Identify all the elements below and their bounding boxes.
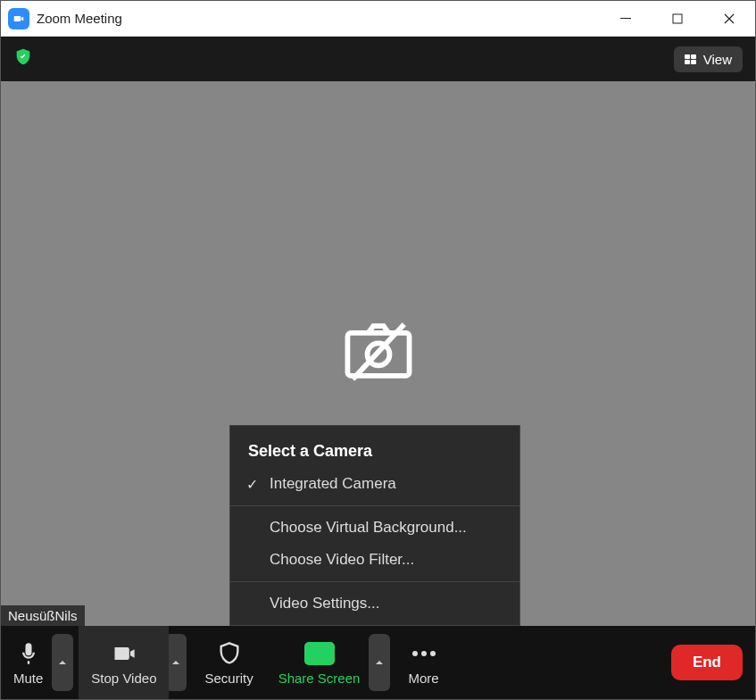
meeting-controls: Mute Stop Video Security S: [1, 626, 755, 699]
svg-rect-1: [673, 14, 682, 23]
microphone-icon: [16, 640, 41, 667]
chevron-up-icon: [374, 657, 385, 668]
video-camera-icon: [112, 640, 137, 667]
zoom-app-icon: [8, 8, 29, 29]
window-title: Zoom Meeting: [37, 11, 600, 26]
maximize-icon: [672, 13, 683, 24]
close-icon: [724, 13, 735, 24]
more-button[interactable]: More: [395, 626, 451, 699]
view-label: View: [703, 52, 732, 67]
participant-name-label: NeusüßNils: [1, 605, 85, 626]
minimize-icon: [620, 13, 631, 24]
chevron-up-icon: [57, 657, 68, 668]
video-options-popup: Select a Camera Integrated Camera Choose…: [229, 425, 520, 626]
stop-video-button[interactable]: Stop Video: [79, 626, 169, 699]
mute-button[interactable]: Mute: [1, 626, 55, 699]
grid-icon: [685, 54, 696, 64]
choose-video-filter[interactable]: Choose Video Filter...: [230, 544, 519, 576]
shield-icon: [217, 640, 242, 667]
camera-option-integrated[interactable]: Integrated Camera: [230, 468, 519, 500]
video-settings[interactable]: Video Settings...: [230, 588, 519, 620]
share-screen-icon: [304, 642, 335, 665]
choose-virtual-background[interactable]: Choose Virtual Background...: [230, 512, 519, 544]
no-camera-icon: [336, 316, 421, 391]
view-button[interactable]: View: [674, 46, 743, 72]
app-window: Zoom Meeting View NeusüßNils: [0, 0, 756, 700]
svg-rect-0: [620, 18, 631, 19]
encryption-shield-icon[interactable]: [13, 47, 33, 71]
more-icon: [412, 640, 436, 667]
chevron-up-icon: [170, 657, 181, 668]
end-button[interactable]: End: [671, 645, 743, 680]
popup-header: Select a Camera: [230, 431, 519, 468]
minimize-button[interactable]: [600, 1, 652, 36]
titlebar: Zoom Meeting: [1, 1, 755, 37]
close-button[interactable]: [703, 1, 755, 36]
meeting-topbar: View: [1, 37, 755, 81]
window-controls: [600, 1, 755, 36]
share-screen-button[interactable]: Share Screen: [266, 626, 373, 699]
maximize-button[interactable]: [652, 1, 703, 36]
video-area: NeusüßNils Select a Camera Integrated Ca…: [1, 81, 755, 626]
security-button[interactable]: Security: [192, 626, 265, 699]
